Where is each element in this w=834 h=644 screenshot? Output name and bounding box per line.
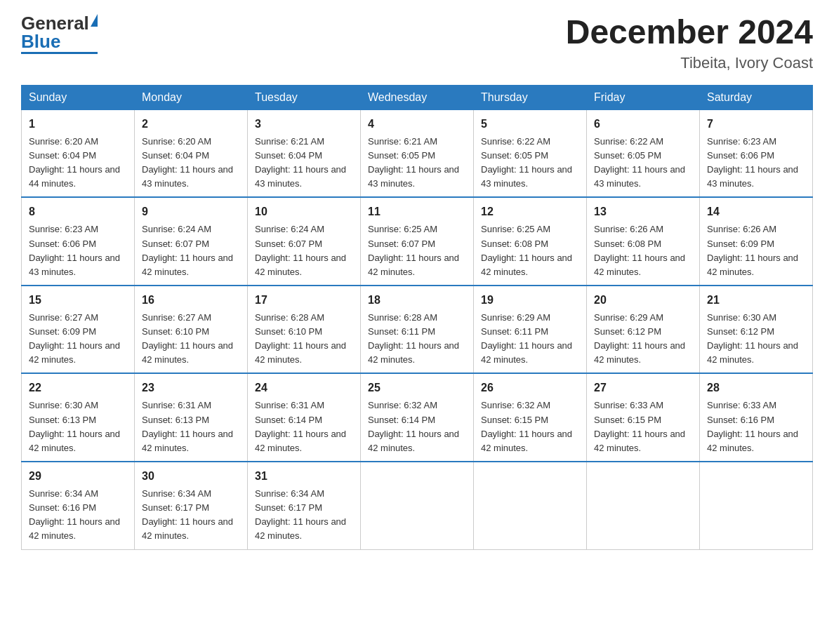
- table-row: 27 Sunrise: 6:33 AMSunset: 6:15 PMDaylig…: [587, 373, 700, 462]
- table-row: 25 Sunrise: 6:32 AMSunset: 6:14 PMDaylig…: [361, 373, 474, 462]
- day-number: 5: [481, 116, 579, 133]
- table-row: 17 Sunrise: 6:28 AMSunset: 6:10 PMDaylig…: [248, 286, 361, 374]
- location-title: Tibeita, Ivory Coast: [566, 54, 813, 72]
- col-friday: Friday: [587, 85, 700, 109]
- day-info: Sunrise: 6:21 AMSunset: 6:04 PMDaylight:…: [255, 136, 346, 189]
- day-info: Sunrise: 6:34 AMSunset: 6:17 PMDaylight:…: [255, 488, 346, 541]
- day-number: 6: [594, 116, 692, 133]
- table-row: 12 Sunrise: 6:25 AMSunset: 6:08 PMDaylig…: [474, 197, 587, 286]
- day-info: Sunrise: 6:23 AMSunset: 6:06 PMDaylight:…: [707, 136, 798, 189]
- day-info: Sunrise: 6:31 AMSunset: 6:13 PMDaylight:…: [142, 400, 233, 452]
- day-number: 7: [707, 116, 805, 133]
- calendar-week-row: 22 Sunrise: 6:30 AMSunset: 6:13 PMDaylig…: [22, 373, 813, 462]
- day-number: 3: [255, 116, 353, 133]
- day-info: Sunrise: 6:26 AMSunset: 6:09 PMDaylight:…: [707, 224, 798, 276]
- day-info: Sunrise: 6:28 AMSunset: 6:10 PMDaylight:…: [255, 312, 346, 365]
- day-info: Sunrise: 6:24 AMSunset: 6:07 PMDaylight:…: [255, 224, 346, 276]
- day-info: Sunrise: 6:26 AMSunset: 6:08 PMDaylight:…: [594, 224, 685, 276]
- calendar-week-row: 8 Sunrise: 6:23 AMSunset: 6:06 PMDayligh…: [22, 197, 813, 286]
- day-number: 20: [594, 292, 692, 309]
- table-row: [587, 462, 700, 549]
- day-number: 24: [255, 380, 353, 396]
- day-info: Sunrise: 6:32 AMSunset: 6:15 PMDaylight:…: [481, 400, 572, 452]
- table-row: 20 Sunrise: 6:29 AMSunset: 6:12 PMDaylig…: [587, 286, 700, 374]
- day-number: 2: [142, 116, 240, 133]
- table-row: [700, 462, 813, 549]
- day-number: 28: [707, 380, 805, 396]
- table-row: 16 Sunrise: 6:27 AMSunset: 6:10 PMDaylig…: [135, 286, 248, 374]
- day-number: 4: [368, 116, 466, 133]
- page-header: General Blue December 2024 Tibeita, Ivor…: [21, 14, 813, 72]
- day-info: Sunrise: 6:30 AMSunset: 6:13 PMDaylight:…: [29, 400, 120, 452]
- day-info: Sunrise: 6:32 AMSunset: 6:14 PMDaylight:…: [368, 400, 459, 452]
- table-row: 10 Sunrise: 6:24 AMSunset: 6:07 PMDaylig…: [248, 197, 361, 286]
- day-info: Sunrise: 6:31 AMSunset: 6:14 PMDaylight:…: [255, 400, 346, 452]
- title-area: December 2024 Tibeita, Ivory Coast: [566, 14, 813, 72]
- day-number: 10: [255, 203, 353, 220]
- table-row: 18 Sunrise: 6:28 AMSunset: 6:11 PMDaylig…: [361, 286, 474, 374]
- table-row: 14 Sunrise: 6:26 AMSunset: 6:09 PMDaylig…: [700, 197, 813, 286]
- table-row: 24 Sunrise: 6:31 AMSunset: 6:14 PMDaylig…: [248, 373, 361, 462]
- table-row: 15 Sunrise: 6:27 AMSunset: 6:09 PMDaylig…: [22, 286, 135, 374]
- day-number: 21: [707, 292, 805, 309]
- day-number: 30: [142, 468, 240, 485]
- day-number: 31: [255, 468, 353, 485]
- col-saturday: Saturday: [700, 85, 813, 109]
- day-info: Sunrise: 6:29 AMSunset: 6:11 PMDaylight:…: [481, 312, 572, 365]
- table-row: 23 Sunrise: 6:31 AMSunset: 6:13 PMDaylig…: [135, 373, 248, 462]
- table-row: 3 Sunrise: 6:21 AMSunset: 6:04 PMDayligh…: [248, 109, 361, 197]
- day-info: Sunrise: 6:22 AMSunset: 6:05 PMDaylight:…: [481, 136, 572, 189]
- table-row: 4 Sunrise: 6:21 AMSunset: 6:05 PMDayligh…: [361, 109, 474, 197]
- day-info: Sunrise: 6:29 AMSunset: 6:12 PMDaylight:…: [594, 312, 685, 365]
- day-number: 26: [481, 380, 579, 396]
- table-row: 5 Sunrise: 6:22 AMSunset: 6:05 PMDayligh…: [474, 109, 587, 197]
- day-number: 11: [368, 203, 466, 220]
- day-number: 8: [29, 203, 127, 220]
- day-number: 13: [594, 203, 692, 220]
- day-info: Sunrise: 6:33 AMSunset: 6:15 PMDaylight:…: [594, 400, 685, 452]
- col-sunday: Sunday: [22, 85, 135, 109]
- calendar-header-row: Sunday Monday Tuesday Wednesday Thursday…: [22, 85, 813, 109]
- table-row: 2 Sunrise: 6:20 AMSunset: 6:04 PMDayligh…: [135, 109, 248, 197]
- day-number: 18: [368, 292, 466, 309]
- table-row: 29 Sunrise: 6:34 AMSunset: 6:16 PMDaylig…: [22, 462, 135, 549]
- calendar-week-row: 15 Sunrise: 6:27 AMSunset: 6:09 PMDaylig…: [22, 286, 813, 374]
- day-info: Sunrise: 6:20 AMSunset: 6:04 PMDaylight:…: [142, 136, 233, 189]
- day-number: 15: [29, 292, 127, 309]
- day-info: Sunrise: 6:21 AMSunset: 6:05 PMDaylight:…: [368, 136, 459, 189]
- day-number: 9: [142, 203, 240, 220]
- table-row: 30 Sunrise: 6:34 AMSunset: 6:17 PMDaylig…: [135, 462, 248, 549]
- day-info: Sunrise: 6:34 AMSunset: 6:17 PMDaylight:…: [142, 488, 233, 541]
- day-number: 16: [142, 292, 240, 309]
- day-number: 19: [481, 292, 579, 309]
- calendar-week-row: 29 Sunrise: 6:34 AMSunset: 6:16 PMDaylig…: [22, 462, 813, 549]
- table-row: 8 Sunrise: 6:23 AMSunset: 6:06 PMDayligh…: [22, 197, 135, 286]
- logo: General Blue: [21, 14, 98, 54]
- day-number: 23: [142, 380, 240, 396]
- table-row: [474, 462, 587, 549]
- logo-underline: [21, 52, 98, 54]
- day-info: Sunrise: 6:27 AMSunset: 6:10 PMDaylight:…: [142, 312, 233, 365]
- calendar-week-row: 1 Sunrise: 6:20 AMSunset: 6:04 PMDayligh…: [22, 109, 813, 197]
- table-row: 22 Sunrise: 6:30 AMSunset: 6:13 PMDaylig…: [22, 373, 135, 462]
- col-tuesday: Tuesday: [248, 85, 361, 109]
- day-number: 1: [29, 116, 127, 133]
- day-number: 22: [29, 380, 127, 396]
- day-info: Sunrise: 6:28 AMSunset: 6:11 PMDaylight:…: [368, 312, 459, 365]
- day-info: Sunrise: 6:25 AMSunset: 6:07 PMDaylight:…: [368, 224, 459, 276]
- day-number: 29: [29, 468, 127, 485]
- table-row: 28 Sunrise: 6:33 AMSunset: 6:16 PMDaylig…: [700, 373, 813, 462]
- day-number: 25: [368, 380, 466, 396]
- logo-triangle-icon: [91, 14, 98, 27]
- day-info: Sunrise: 6:30 AMSunset: 6:12 PMDaylight:…: [707, 312, 798, 365]
- table-row: 6 Sunrise: 6:22 AMSunset: 6:05 PMDayligh…: [587, 109, 700, 197]
- day-info: Sunrise: 6:23 AMSunset: 6:06 PMDaylight:…: [29, 224, 120, 276]
- table-row: [361, 462, 474, 549]
- col-wednesday: Wednesday: [361, 85, 474, 109]
- col-monday: Monday: [135, 85, 248, 109]
- month-title: December 2024: [566, 14, 813, 51]
- day-number: 14: [707, 203, 805, 220]
- day-info: Sunrise: 6:33 AMSunset: 6:16 PMDaylight:…: [707, 400, 798, 452]
- day-number: 17: [255, 292, 353, 309]
- table-row: 31 Sunrise: 6:34 AMSunset: 6:17 PMDaylig…: [248, 462, 361, 549]
